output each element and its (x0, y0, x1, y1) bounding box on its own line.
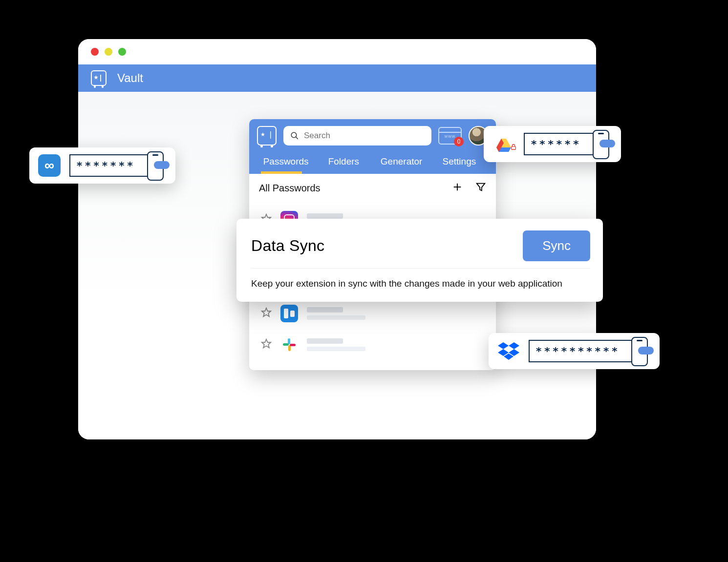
tab-passwords[interactable]: Passwords (257, 150, 315, 174)
add-button[interactable] (452, 182, 463, 194)
svg-marker-11 (262, 339, 271, 348)
filter-icon (475, 182, 486, 192)
data-sync-title: Data Sync (251, 237, 324, 255)
svg-rect-19 (512, 146, 516, 149)
tab-generator[interactable]: Generator (373, 150, 430, 174)
lock-icon (510, 144, 517, 150)
svg-marker-10 (262, 308, 271, 316)
panel-subheader: All Passwords (249, 174, 496, 202)
toggle-pill-icon (600, 140, 615, 147)
plus-icon (452, 182, 463, 192)
password-preview-card: ******* (29, 147, 175, 184)
password-preview-card: ****** (484, 126, 621, 162)
search-icon (290, 131, 299, 140)
window-minimize-dot[interactable] (105, 48, 112, 56)
entry-text (307, 338, 365, 351)
favorite-toggle[interactable] (261, 307, 272, 320)
slack-icon (280, 336, 298, 354)
drive-icon (492, 133, 515, 155)
app-title: Vault (117, 71, 143, 85)
favorite-toggle[interactable] (261, 338, 272, 351)
notification-count: 0 (454, 137, 464, 146)
tab-folders[interactable]: Folders (315, 150, 372, 174)
filter-button[interactable] (475, 182, 486, 194)
dropbox-icon (497, 340, 520, 362)
svg-line-1 (296, 137, 298, 139)
masked-password-value: ****** (531, 138, 581, 150)
svg-marker-4 (477, 184, 485, 191)
toggle-pill-icon (154, 161, 170, 169)
search-input[interactable] (304, 131, 425, 141)
svg-rect-13 (283, 343, 289, 346)
infinity-icon (38, 154, 61, 177)
masked-password-value: ******* (76, 160, 135, 172)
masked-password-value: ********** (535, 345, 620, 357)
masked-password-field: ****** (524, 133, 600, 155)
trello-icon (280, 305, 298, 322)
masked-password-field: ********** (529, 340, 638, 362)
svg-rect-14 (288, 345, 291, 351)
masked-password-field: ******* (69, 154, 154, 177)
star-icon (261, 307, 272, 318)
svg-rect-12 (288, 338, 290, 344)
password-row[interactable] (254, 298, 491, 329)
password-preview-card: ********** (489, 333, 660, 369)
extension-logo-icon (257, 126, 277, 146)
window-titlebar (78, 39, 596, 64)
entry-text (307, 307, 365, 320)
search-box[interactable] (283, 126, 431, 146)
svg-marker-21 (509, 342, 519, 349)
svg-point-0 (291, 132, 297, 138)
vault-logo-icon (91, 70, 107, 86)
toggle-pill-icon (638, 347, 654, 354)
password-row[interactable] (254, 329, 491, 360)
extension-header: www 0 Passwords Folders Generator Settin… (249, 119, 496, 174)
window-close-dot[interactable] (91, 48, 99, 56)
panel-subheader-title: All Passwords (259, 183, 321, 194)
star-icon (261, 338, 272, 349)
tab-settings[interactable]: Settings (430, 150, 488, 174)
data-sync-card: Data Sync Sync Keep your extension in sy… (236, 219, 603, 302)
site-badge[interactable]: www 0 (438, 127, 462, 145)
sync-button[interactable]: Sync (523, 230, 590, 261)
svg-marker-20 (498, 342, 509, 349)
tab-bar: Passwords Folders Generator Settings (257, 150, 488, 174)
data-sync-description: Keep your extension in sync with the cha… (251, 278, 590, 289)
svg-rect-15 (290, 344, 296, 346)
app-header: Vault (78, 64, 596, 92)
window-maximize-dot[interactable] (118, 48, 126, 56)
